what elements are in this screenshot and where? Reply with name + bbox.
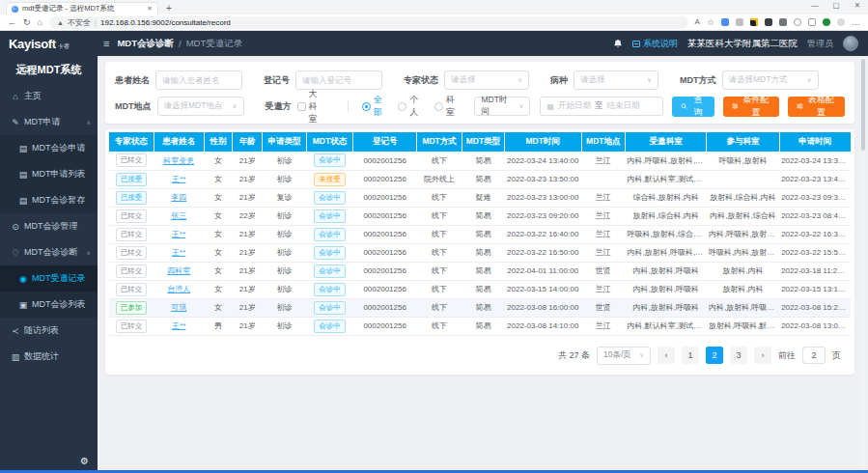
mdt-way-select[interactable]: 请选择MDT方式 ∨ xyxy=(722,70,819,90)
table-row: 已接受 李四 女 21岁 复诊 会诊中 0002001256 线下 疑难 202… xyxy=(109,188,851,207)
mdt-time-cell: 2022-03-22 16:40:00 xyxy=(504,225,581,243)
patient-name-link[interactable]: 王** xyxy=(172,248,185,257)
patient-name-input[interactable] xyxy=(155,70,242,90)
page-size-select[interactable]: 10条/页 ∨ xyxy=(597,347,651,365)
patient-name-link[interactable]: 王** xyxy=(172,175,185,183)
radio-personal[interactable]: 个人 xyxy=(398,94,420,119)
sidebar-item-mdt-diagnosis[interactable]: ♡ MDT会诊诊断 ∧ xyxy=(0,239,98,265)
read-aloud-icon[interactable]: A xyxy=(695,18,700,26)
time-type-select[interactable]: MDT时间 ∨ xyxy=(474,97,530,116)
extension-icon[interactable] xyxy=(779,18,787,26)
window-maximize-button[interactable]: ▢ xyxy=(833,1,840,10)
back-icon[interactable]: ← xyxy=(8,18,16,27)
favorite-star-icon[interactable]: ☆ xyxy=(707,18,714,27)
patient-name-link[interactable]: 张三 xyxy=(171,211,186,220)
sidebar-fold-icon[interactable]: ≡ xyxy=(103,38,109,49)
condition-config-button[interactable]: 条件配置 xyxy=(723,97,780,117)
col-expert-status: 专家状态 xyxy=(109,132,154,152)
apply-time-cell: 2022-03-23 13:41:45 xyxy=(779,170,851,188)
age-cell: 21岁 xyxy=(232,298,262,317)
bell-icon[interactable] xyxy=(613,39,623,49)
extension-icon[interactable] xyxy=(750,18,758,26)
gear-icon[interactable]: ⚙ xyxy=(80,456,89,466)
sidebar-item-home[interactable]: ⌂ 主页 xyxy=(0,83,98,109)
sidebar-item-mdt-consult-list[interactable]: ▣ MDT会诊列表 xyxy=(0,292,98,318)
table-row: 已转交 王** 女 21岁 初诊 会诊中 0002001256 线下 简易 20… xyxy=(109,243,851,262)
mdt-place-cell: 世贤 xyxy=(581,262,625,280)
sidebar-item-mdt-draft[interactable]: ▤ MDT会诊暂存 xyxy=(0,187,98,213)
list-icon: ▤ xyxy=(18,196,28,206)
scrollbar[interactable] xyxy=(860,56,866,472)
breadcrumb-section[interactable]: MDT会诊诊断 xyxy=(117,38,174,50)
mdt-type-cell: 简易 xyxy=(462,280,505,298)
patient-name-link[interactable]: 台湾人 xyxy=(167,285,190,293)
checkbox-big-department[interactable]: 大科室 xyxy=(297,88,325,125)
window-minimize-button[interactable]: — xyxy=(811,1,819,10)
user-avatar[interactable] xyxy=(843,36,858,51)
col-sex: 性别 xyxy=(204,132,232,152)
page-button-3[interactable]: 3 xyxy=(730,347,747,364)
new-tab-button[interactable]: + xyxy=(166,3,172,14)
mdt-place-cell: 世贤 xyxy=(581,298,625,317)
page-button-2[interactable]: 2 xyxy=(706,347,723,364)
sidebar-item-followup-list[interactable]: ≺ 随访列表 xyxy=(0,318,98,344)
patient-name-link[interactable]: 科室变更 xyxy=(163,156,194,165)
patient-name-link[interactable]: 李四 xyxy=(171,193,186,202)
sidebar-item-mdt-invited-records[interactable]: ◉ MDT受邀记录 xyxy=(0,265,98,292)
apply-type-cell: 初诊 xyxy=(263,170,306,188)
col-mdt-status: MDT状态 xyxy=(306,132,352,152)
table-config-button[interactable]: 表格配置 xyxy=(788,97,845,117)
register-no-cell: 0002001256 xyxy=(353,280,417,298)
system-help-label: 系统说明 xyxy=(643,38,678,50)
extension-icon[interactable] xyxy=(765,18,772,26)
goto-page-input[interactable] xyxy=(802,347,826,364)
prev-page-button[interactable]: ‹ xyxy=(658,347,675,364)
joined-depts-cell: 内科,呼吸科,放射科,综合科 xyxy=(707,225,779,243)
mdt-type-cell: 简易 xyxy=(462,152,505,170)
extension-icon[interactable] xyxy=(736,18,743,26)
page-button-1[interactable]: 1 xyxy=(682,347,699,364)
sex-cell: 女 xyxy=(204,298,232,317)
patient-name-link[interactable]: 四科室 xyxy=(167,266,190,275)
date-range-picker[interactable]: ▦ 开始日期 至 结束日期 xyxy=(540,97,663,116)
sidebar-item-mdt-manage[interactable]: ⊙ MDT会诊管理 xyxy=(0,213,98,239)
mdt-place-cell: 兰江 xyxy=(581,207,625,225)
patient-name-link[interactable]: 可琪 xyxy=(171,303,186,312)
system-help-link[interactable]: 系统说明 xyxy=(632,38,678,50)
tab-close-icon[interactable]: ✕ xyxy=(147,5,153,13)
split-screen-icon[interactable] xyxy=(808,18,816,26)
address-bar[interactable]: ▲ 不安全 | 192.168.0.156:9002/consultate/re… xyxy=(49,16,688,29)
expert-status-tag: 已接受 xyxy=(116,173,148,186)
table-row: 已转交 张三 女 22岁 初诊 会诊中 0002001256 线下 简易 202… xyxy=(109,207,851,225)
browser-tab[interactable]: mdt受邀记录 - 远程MDT系统 ✕ xyxy=(6,2,158,14)
heart-icon: ♡ xyxy=(11,248,20,258)
extension-icon[interactable] xyxy=(794,18,801,26)
sidebar-item-statistics[interactable]: ▥ 数据统计 xyxy=(0,344,98,370)
apply-time-cell: 2022-03-08 13:06:56 xyxy=(779,317,851,335)
browser-profile-avatar[interactable] xyxy=(837,18,845,26)
scrollbar-thumb[interactable] xyxy=(861,59,865,151)
search-button[interactable]: 查询 xyxy=(672,97,714,117)
extension-icon[interactable] xyxy=(721,18,729,26)
sidebar-item-mdt-apply-list[interactable]: ▤ MDT申请列表 xyxy=(0,161,98,187)
apply-time-cell: 2022-03-24 13:37:44 xyxy=(779,152,851,170)
browser-menu-icon[interactable]: … xyxy=(852,18,860,27)
goto-label: 前往 xyxy=(778,349,796,362)
mdt-place-select[interactable]: 请选择MDT地点 ∨ xyxy=(157,97,244,116)
patient-name-link[interactable]: 王** xyxy=(172,321,185,330)
patient-name-link[interactable]: 王** xyxy=(172,230,185,238)
disease-select[interactable]: 请选择 ∨ xyxy=(574,70,658,90)
mdt-way-cell: 院外线上 xyxy=(417,170,462,188)
refresh-icon[interactable]: ↻ xyxy=(23,18,31,27)
next-page-button[interactable]: › xyxy=(754,347,771,364)
radio-all[interactable]: 全部 xyxy=(362,94,384,119)
home-icon[interactable]: ⌂ xyxy=(38,18,42,27)
sidebar-item-mdt-consult-apply[interactable]: ▤ MDT会诊申请 xyxy=(0,135,98,161)
security-shield-icon[interactable] xyxy=(823,18,830,26)
col-mdt-type: MDT类型 xyxy=(462,132,505,152)
radio-icon xyxy=(398,102,406,111)
radio-department[interactable]: 科室 xyxy=(434,94,457,119)
window-close-button[interactable]: ✕ xyxy=(854,1,860,10)
sidebar-item-mdt-apply[interactable]: ✎ MDT申请 ∧ xyxy=(0,109,98,135)
expert-status-label: 专家状态 xyxy=(404,74,438,87)
